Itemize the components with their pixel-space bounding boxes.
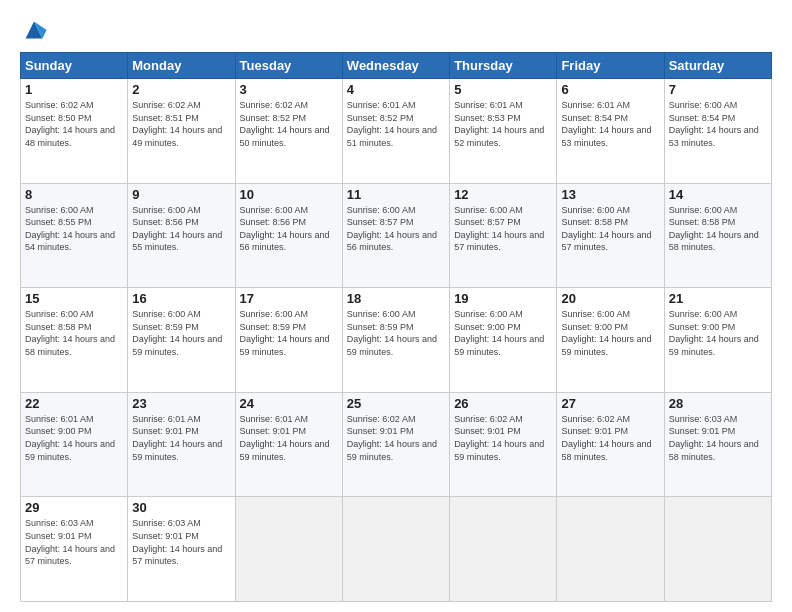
calendar-cell: 21Sunrise: 6:00 AMSunset: 9:00 PMDayligh… — [664, 288, 771, 393]
logo — [20, 16, 52, 44]
day-info: Sunrise: 6:01 AMSunset: 9:01 PMDaylight:… — [240, 413, 338, 463]
day-info: Sunrise: 6:01 AMSunset: 9:01 PMDaylight:… — [132, 413, 230, 463]
calendar-cell: 9Sunrise: 6:00 AMSunset: 8:56 PMDaylight… — [128, 183, 235, 288]
logo-icon — [20, 16, 48, 44]
calendar-week-5: 29Sunrise: 6:03 AMSunset: 9:01 PMDayligh… — [21, 497, 772, 602]
day-info: Sunrise: 6:01 AMSunset: 8:54 PMDaylight:… — [561, 99, 659, 149]
calendar-cell: 27Sunrise: 6:02 AMSunset: 9:01 PMDayligh… — [557, 392, 664, 497]
day-number: 19 — [454, 291, 552, 306]
calendar-week-3: 15Sunrise: 6:00 AMSunset: 8:58 PMDayligh… — [21, 288, 772, 393]
calendar-cell — [664, 497, 771, 602]
col-wednesday: Wednesday — [342, 53, 449, 79]
day-number: 26 — [454, 396, 552, 411]
calendar-cell: 11Sunrise: 6:00 AMSunset: 8:57 PMDayligh… — [342, 183, 449, 288]
calendar-header-row: Sunday Monday Tuesday Wednesday Thursday… — [21, 53, 772, 79]
day-number: 24 — [240, 396, 338, 411]
day-info: Sunrise: 6:02 AMSunset: 8:52 PMDaylight:… — [240, 99, 338, 149]
day-number: 11 — [347, 187, 445, 202]
day-number: 12 — [454, 187, 552, 202]
col-saturday: Saturday — [664, 53, 771, 79]
day-info: Sunrise: 6:02 AMSunset: 8:51 PMDaylight:… — [132, 99, 230, 149]
day-number: 23 — [132, 396, 230, 411]
day-number: 6 — [561, 82, 659, 97]
calendar-cell: 13Sunrise: 6:00 AMSunset: 8:58 PMDayligh… — [557, 183, 664, 288]
col-friday: Friday — [557, 53, 664, 79]
calendar-week-4: 22Sunrise: 6:01 AMSunset: 9:00 PMDayligh… — [21, 392, 772, 497]
calendar-cell: 4Sunrise: 6:01 AMSunset: 8:52 PMDaylight… — [342, 79, 449, 184]
calendar-cell: 23Sunrise: 6:01 AMSunset: 9:01 PMDayligh… — [128, 392, 235, 497]
day-info: Sunrise: 6:00 AMSunset: 8:58 PMDaylight:… — [669, 204, 767, 254]
day-info: Sunrise: 6:00 AMSunset: 9:00 PMDaylight:… — [669, 308, 767, 358]
day-number: 14 — [669, 187, 767, 202]
col-thursday: Thursday — [450, 53, 557, 79]
day-info: Sunrise: 6:00 AMSunset: 8:59 PMDaylight:… — [347, 308, 445, 358]
calendar-cell: 26Sunrise: 6:02 AMSunset: 9:01 PMDayligh… — [450, 392, 557, 497]
calendar-cell: 29Sunrise: 6:03 AMSunset: 9:01 PMDayligh… — [21, 497, 128, 602]
day-number: 27 — [561, 396, 659, 411]
calendar-cell: 6Sunrise: 6:01 AMSunset: 8:54 PMDaylight… — [557, 79, 664, 184]
col-monday: Monday — [128, 53, 235, 79]
day-number: 25 — [347, 396, 445, 411]
calendar-cell: 22Sunrise: 6:01 AMSunset: 9:00 PMDayligh… — [21, 392, 128, 497]
day-number: 16 — [132, 291, 230, 306]
day-info: Sunrise: 6:00 AMSunset: 8:54 PMDaylight:… — [669, 99, 767, 149]
calendar-cell: 15Sunrise: 6:00 AMSunset: 8:58 PMDayligh… — [21, 288, 128, 393]
calendar-cell: 16Sunrise: 6:00 AMSunset: 8:59 PMDayligh… — [128, 288, 235, 393]
calendar-cell: 18Sunrise: 6:00 AMSunset: 8:59 PMDayligh… — [342, 288, 449, 393]
day-number: 15 — [25, 291, 123, 306]
day-number: 1 — [25, 82, 123, 97]
calendar-cell — [557, 497, 664, 602]
day-info: Sunrise: 6:00 AMSunset: 8:56 PMDaylight:… — [132, 204, 230, 254]
calendar-cell: 2Sunrise: 6:02 AMSunset: 8:51 PMDaylight… — [128, 79, 235, 184]
calendar-cell: 20Sunrise: 6:00 AMSunset: 9:00 PMDayligh… — [557, 288, 664, 393]
calendar-cell: 25Sunrise: 6:02 AMSunset: 9:01 PMDayligh… — [342, 392, 449, 497]
day-number: 2 — [132, 82, 230, 97]
day-info: Sunrise: 6:00 AMSunset: 8:59 PMDaylight:… — [240, 308, 338, 358]
calendar-cell: 7Sunrise: 6:00 AMSunset: 8:54 PMDaylight… — [664, 79, 771, 184]
day-number: 10 — [240, 187, 338, 202]
day-info: Sunrise: 6:02 AMSunset: 9:01 PMDaylight:… — [561, 413, 659, 463]
calendar-cell: 24Sunrise: 6:01 AMSunset: 9:01 PMDayligh… — [235, 392, 342, 497]
day-info: Sunrise: 6:00 AMSunset: 8:55 PMDaylight:… — [25, 204, 123, 254]
day-number: 5 — [454, 82, 552, 97]
calendar-cell: 1Sunrise: 6:02 AMSunset: 8:50 PMDaylight… — [21, 79, 128, 184]
page: Sunday Monday Tuesday Wednesday Thursday… — [0, 0, 792, 612]
day-number: 28 — [669, 396, 767, 411]
day-info: Sunrise: 6:00 AMSunset: 8:58 PMDaylight:… — [25, 308, 123, 358]
day-number: 17 — [240, 291, 338, 306]
calendar-cell: 17Sunrise: 6:00 AMSunset: 8:59 PMDayligh… — [235, 288, 342, 393]
calendar-cell — [235, 497, 342, 602]
calendar-cell: 12Sunrise: 6:00 AMSunset: 8:57 PMDayligh… — [450, 183, 557, 288]
calendar-table: Sunday Monday Tuesday Wednesday Thursday… — [20, 52, 772, 602]
day-info: Sunrise: 6:01 AMSunset: 8:53 PMDaylight:… — [454, 99, 552, 149]
day-info: Sunrise: 6:00 AMSunset: 9:00 PMDaylight:… — [454, 308, 552, 358]
day-number: 7 — [669, 82, 767, 97]
day-number: 4 — [347, 82, 445, 97]
header — [20, 16, 772, 44]
day-number: 18 — [347, 291, 445, 306]
calendar-cell: 28Sunrise: 6:03 AMSunset: 9:01 PMDayligh… — [664, 392, 771, 497]
calendar-body: 1Sunrise: 6:02 AMSunset: 8:50 PMDaylight… — [21, 79, 772, 602]
day-info: Sunrise: 6:00 AMSunset: 8:59 PMDaylight:… — [132, 308, 230, 358]
day-info: Sunrise: 6:01 AMSunset: 9:00 PMDaylight:… — [25, 413, 123, 463]
day-info: Sunrise: 6:01 AMSunset: 8:52 PMDaylight:… — [347, 99, 445, 149]
calendar-cell: 30Sunrise: 6:03 AMSunset: 9:01 PMDayligh… — [128, 497, 235, 602]
day-info: Sunrise: 6:00 AMSunset: 8:57 PMDaylight:… — [454, 204, 552, 254]
calendar-cell: 14Sunrise: 6:00 AMSunset: 8:58 PMDayligh… — [664, 183, 771, 288]
calendar-cell: 8Sunrise: 6:00 AMSunset: 8:55 PMDaylight… — [21, 183, 128, 288]
calendar-cell — [342, 497, 449, 602]
day-info: Sunrise: 6:02 AMSunset: 8:50 PMDaylight:… — [25, 99, 123, 149]
day-number: 3 — [240, 82, 338, 97]
calendar-cell: 19Sunrise: 6:00 AMSunset: 9:00 PMDayligh… — [450, 288, 557, 393]
calendar-cell: 10Sunrise: 6:00 AMSunset: 8:56 PMDayligh… — [235, 183, 342, 288]
day-number: 20 — [561, 291, 659, 306]
day-info: Sunrise: 6:00 AMSunset: 9:00 PMDaylight:… — [561, 308, 659, 358]
day-info: Sunrise: 6:03 AMSunset: 9:01 PMDaylight:… — [669, 413, 767, 463]
day-info: Sunrise: 6:00 AMSunset: 8:57 PMDaylight:… — [347, 204, 445, 254]
day-number: 29 — [25, 500, 123, 515]
day-number: 22 — [25, 396, 123, 411]
day-info: Sunrise: 6:02 AMSunset: 9:01 PMDaylight:… — [347, 413, 445, 463]
day-info: Sunrise: 6:00 AMSunset: 8:56 PMDaylight:… — [240, 204, 338, 254]
col-sunday: Sunday — [21, 53, 128, 79]
day-info: Sunrise: 6:02 AMSunset: 9:01 PMDaylight:… — [454, 413, 552, 463]
